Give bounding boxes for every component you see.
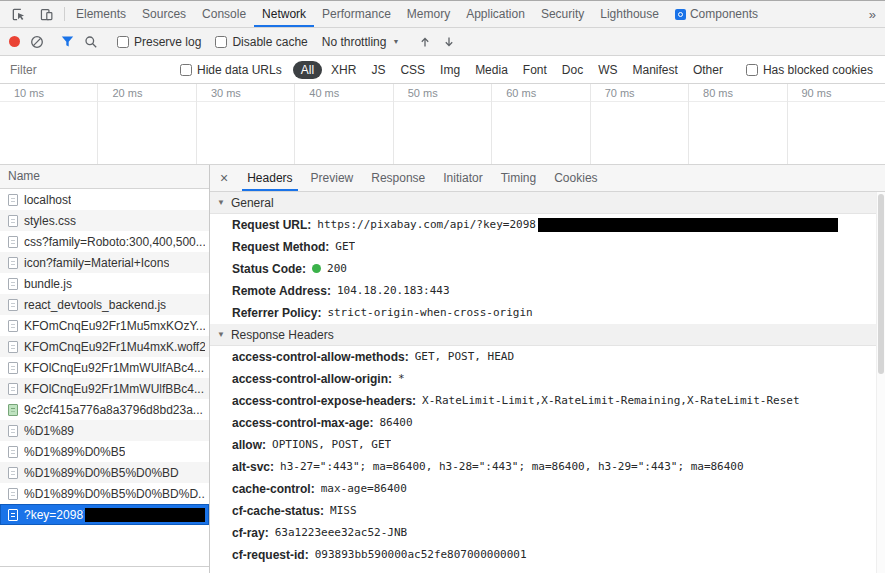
filter-pill[interactable]: Other	[687, 61, 729, 79]
devtools-tab[interactable]: Security	[533, 1, 592, 27]
request-row[interactable]: ?key=2098741	[0, 504, 209, 525]
checkbox[interactable]	[215, 36, 227, 48]
file-icon	[8, 404, 18, 416]
request-row[interactable]: styles.css	[0, 210, 209, 231]
throttling-select[interactable]: No throttling ▼	[322, 35, 400, 49]
filter-pill[interactable]: Manifest	[627, 61, 684, 79]
filter-toggle-button[interactable]	[56, 35, 79, 48]
devtools-tab[interactable]: Console	[194, 1, 254, 27]
disable-cache-checkbox[interactable]: Disable cache	[215, 35, 307, 49]
timeline-segment: 70 ms	[590, 84, 688, 164]
has-blocked-cookies-checkbox[interactable]: Has blocked cookies	[746, 63, 873, 77]
timeline-tick-label: 40 ms	[309, 87, 339, 99]
search-button[interactable]	[79, 35, 103, 49]
hide-data-urls-label: Hide data URLs	[197, 63, 282, 77]
scrollbar[interactable]	[876, 192, 885, 573]
section-title: Response Headers	[231, 328, 334, 342]
filter-pill[interactable]: JS	[365, 61, 391, 79]
request-row[interactable]: %D1%89%D0%B5%D0%BD	[0, 462, 209, 483]
filter-pill[interactable]: Doc	[556, 61, 589, 79]
header-value: *	[398, 372, 405, 386]
filter-input[interactable]	[8, 62, 167, 78]
name-column-header[interactable]: Name	[0, 165, 209, 189]
preserve-log-label: Preserve log	[134, 35, 201, 49]
request-row[interactable]: 9c2cf415a776a8a3796d8bd23a...	[0, 399, 209, 420]
request-row[interactable]: icon?family=Material+Icons	[0, 252, 209, 273]
details-tab[interactable]: Initiator	[434, 165, 491, 191]
checkbox[interactable]	[180, 64, 192, 76]
file-icon	[8, 215, 18, 227]
details-tab[interactable]: Headers	[238, 165, 301, 191]
request-row[interactable]: react_devtools_backend.js	[0, 294, 209, 315]
filter-pill[interactable]: Img	[434, 61, 466, 79]
timeline-tick-label: 70 ms	[605, 87, 635, 99]
header-name: Request URL:	[232, 218, 311, 232]
devtools-tab[interactable]: Performance	[314, 1, 399, 27]
record-button[interactable]	[4, 36, 25, 47]
components-icon	[675, 9, 686, 20]
devtools-tab[interactable]: Sources	[134, 1, 194, 27]
preserve-log-checkbox[interactable]: Preserve log	[117, 35, 201, 49]
details-tab[interactable]: Cookies	[545, 165, 606, 191]
request-name: %D1%89%D0%B5%D0%BD	[24, 466, 179, 480]
general-section-header[interactable]: ▼ General	[210, 192, 885, 214]
checkbox[interactable]	[117, 36, 129, 48]
clear-button[interactable]	[25, 35, 49, 49]
details-tab[interactable]: Response	[362, 165, 434, 191]
close-icon[interactable]: ×	[210, 165, 238, 191]
general-section-rows: Request URL: https://pixabay.com/api/?ke…	[210, 214, 885, 324]
checkbox[interactable]	[746, 64, 758, 76]
request-row[interactable]: KFOlCnqEu92Fr1MmWUlfBBc4...	[0, 378, 209, 399]
export-har-button[interactable]	[437, 35, 461, 49]
filter-pill[interactable]: Media	[469, 61, 514, 79]
file-icon	[8, 467, 18, 479]
request-row[interactable]: %D1%89	[0, 420, 209, 441]
summary-bar-edge	[0, 566, 209, 573]
inspect-element-icon[interactable]	[6, 7, 31, 22]
timeline-tick-label: 20 ms	[112, 87, 142, 99]
hide-data-urls-checkbox[interactable]: Hide data URLs	[180, 63, 282, 77]
response-headers-section-header[interactable]: ▼ Response Headers	[210, 324, 885, 346]
timeline-segment: 90 ms	[787, 84, 885, 164]
header-name: access-control-max-age:	[232, 416, 373, 430]
devtools-tab[interactable]: Components	[667, 1, 766, 27]
header-value: max-age=86400	[321, 482, 407, 496]
filter-pill[interactable]: XHR	[325, 61, 362, 79]
devtools-tab[interactable]: Elements	[68, 1, 134, 27]
device-toolbar-icon[interactable]	[34, 7, 59, 22]
header-name: cf-request-id:	[232, 548, 309, 562]
request-row[interactable]: KFOmCnqEu92Fr1Mu4mxK.woff2	[0, 336, 209, 357]
header-name: cache-control:	[232, 482, 315, 496]
network-overview[interactable]: 10 ms 20 ms 30 ms 40 ms 50 ms 60 ms 70	[0, 84, 885, 165]
file-icon	[8, 194, 18, 206]
request-name: KFOlCnqEu92Fr1MmWUlfABc4...	[24, 361, 204, 375]
devtools-tab[interactable]: Lighthouse	[592, 1, 667, 27]
details-tab[interactable]: Timing	[492, 165, 546, 191]
devtools-tab[interactable]: Network	[254, 1, 314, 27]
header-value: https://pixabay.com/api/?key=2098	[317, 218, 536, 232]
header-name: cf-cache-status:	[232, 504, 324, 518]
request-name: KFOmCnqEu92Fr1Mu5mxKOzY...	[24, 319, 205, 333]
request-row[interactable]: KFOlCnqEu92Fr1MmWUlfABc4...	[0, 357, 209, 378]
filter-pill[interactable]: WS	[592, 61, 623, 79]
request-row[interactable]: css?family=Roboto:300,400,500...	[0, 231, 209, 252]
more-tabs-icon[interactable]: »	[860, 1, 885, 27]
request-row[interactable]: localhost	[0, 189, 209, 210]
request-row[interactable]: bundle.js	[0, 273, 209, 294]
header-row: access-control-allow-origin: *	[210, 368, 885, 390]
filter-pill[interactable]: Font	[517, 61, 553, 79]
devtools-tab[interactable]: Memory	[399, 1, 458, 27]
devtools-quick-icons	[0, 1, 61, 27]
devtools-tab[interactable]: Application	[458, 1, 533, 27]
request-row[interactable]: %D1%89%D0%B5	[0, 441, 209, 462]
redaction-box	[538, 218, 838, 232]
filter-pill[interactable]: All	[293, 61, 322, 79]
request-name: icon?family=Material+Icons	[24, 256, 169, 270]
import-har-button[interactable]	[413, 35, 437, 49]
file-icon	[8, 446, 18, 458]
request-row[interactable]: KFOmCnqEu92Fr1Mu5mxKOzY...	[0, 315, 209, 336]
scrollbar-thumb[interactable]	[878, 194, 884, 374]
details-tab[interactable]: Preview	[302, 165, 363, 191]
filter-pill[interactable]: CSS	[394, 61, 431, 79]
request-row[interactable]: %D1%89%D0%B5%D0%BD%D...	[0, 483, 209, 504]
